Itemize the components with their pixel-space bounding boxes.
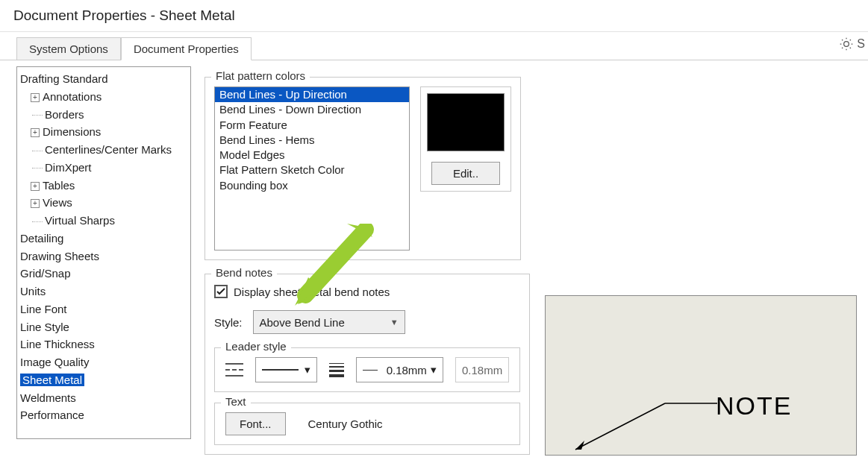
leader-style-label: Leader style <box>221 340 291 353</box>
list-item[interactable]: Bounding box <box>215 178 409 193</box>
list-item[interactable]: Bend Lines - Down Direction <box>215 102 409 117</box>
chevron-down-icon: ▼ <box>390 318 399 327</box>
expand-icon[interactable]: + <box>31 182 40 191</box>
gear-icon <box>839 37 854 51</box>
text-group-label: Text <box>221 395 251 408</box>
flat-pattern-colors-label: Flat pattern colors <box>211 69 310 82</box>
svg-line-0 <box>575 403 665 450</box>
style-combo[interactable]: Above Bend Line ▼ <box>253 310 405 334</box>
expand-icon[interactable]: + <box>31 199 40 208</box>
tree-drawing-sheets[interactable]: Drawing Sheets <box>17 248 190 265</box>
tree-virtual-sharps[interactable]: Virtual Sharps <box>17 212 190 230</box>
line-weight-icon[interactable] <box>329 363 344 377</box>
display-bend-notes-checkbox[interactable] <box>214 285 228 298</box>
tree-dimensions[interactable]: +Dimensions <box>17 123 190 141</box>
thickness-value: 0.18mm <box>387 364 427 376</box>
tree-units[interactable]: Units <box>17 283 190 300</box>
list-item[interactable]: Bend Lines - Hems <box>215 133 409 148</box>
window-title: Document Properties - Sheet Metal <box>0 0 868 32</box>
preview-note-text: NOTE <box>716 391 792 420</box>
tree-weldments[interactable]: Weldments <box>17 389 190 407</box>
tree-sheet-metal[interactable]: Sheet Metal <box>17 371 190 389</box>
bend-notes-label: Bend notes <box>211 266 277 279</box>
tree-line-thickness[interactable]: Line Thickness <box>17 335 190 353</box>
list-item[interactable]: Model Edges <box>215 148 409 163</box>
list-item[interactable]: Bend Lines - Up Direction <box>215 87 409 102</box>
list-item[interactable]: Flat Pattern Sketch Color <box>215 163 409 177</box>
tab-system-options[interactable]: System Options <box>16 37 121 60</box>
tabs-row: System Options Document Properties S <box>0 32 868 60</box>
color-swatch <box>427 93 505 151</box>
style-value: Above Bend Line <box>260 316 345 329</box>
tree-borders[interactable]: Borders <box>17 106 190 124</box>
tree-tables[interactable]: +Tables <box>17 177 190 195</box>
chevron-down-icon: ▾ <box>431 363 437 376</box>
tree-dimxpert[interactable]: DimXpert <box>17 159 190 177</box>
options-tree[interactable]: Drafting Standard +Annotations Borders +… <box>16 66 191 439</box>
gear-label: S <box>857 37 865 51</box>
tree-annotations[interactable]: +Annotations <box>17 88 190 106</box>
tree-views[interactable]: +Views <box>17 194 190 212</box>
style-label: Style: <box>214 316 243 329</box>
list-item[interactable]: Form Feature <box>215 118 409 133</box>
tree-grid-snap[interactable]: Grid/Snap <box>17 265 190 283</box>
leader-line-icon <box>568 396 725 456</box>
thickness-input[interactable]: 0.18mm <box>455 357 509 382</box>
tree-line-font[interactable]: Line Font <box>17 300 190 318</box>
search-options[interactable]: S <box>839 37 865 51</box>
expand-icon[interactable]: + <box>31 93 40 102</box>
line-pattern-icon[interactable] <box>225 361 243 379</box>
text-group: Text Font... Century Gothic <box>214 403 520 445</box>
expand-icon[interactable]: + <box>31 128 40 137</box>
tree-image-quality[interactable]: Image Quality <box>17 353 190 371</box>
tab-document-properties[interactable]: Document Properties <box>121 37 252 60</box>
font-name-label: Century Gothic <box>308 418 383 430</box>
line-style-combo[interactable]: ▾ <box>255 357 318 382</box>
font-button[interactable]: Font... <box>225 412 286 435</box>
edit-color-button[interactable]: Edit.. <box>431 162 500 185</box>
bend-note-preview: NOTE <box>545 295 857 456</box>
tree-detailing[interactable]: Detailing <box>17 230 190 248</box>
tree-drafting-standard[interactable]: Drafting Standard <box>17 70 190 88</box>
check-icon <box>216 287 225 296</box>
leader-style-group: Leader style ▾ 0.18mm▾ 0.18mm <box>214 347 520 392</box>
tree-performance[interactable]: Performance <box>17 406 190 424</box>
thickness-combo[interactable]: 0.18mm▾ <box>356 357 443 382</box>
tree-centerlines[interactable]: Centerlines/Center Marks <box>17 141 190 159</box>
tree-line-style[interactable]: Line Style <box>17 318 190 336</box>
chevron-down-icon: ▾ <box>305 363 310 376</box>
color-preview-panel: Edit.. <box>420 86 511 192</box>
annotation-arrow-icon <box>295 224 377 306</box>
